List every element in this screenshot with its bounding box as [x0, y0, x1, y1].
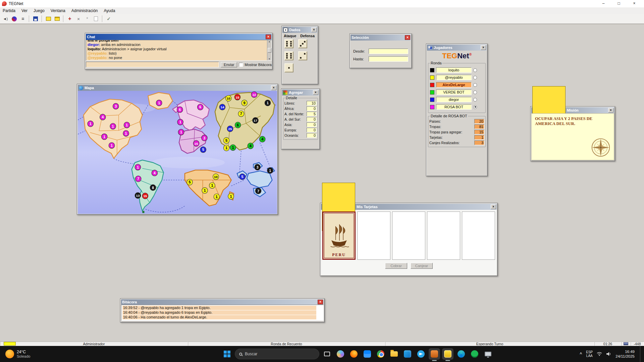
task-view-button[interactable] [321, 348, 333, 360]
army-marker[interactable]: 1 [267, 168, 273, 174]
army-marker[interactable]: 14 [219, 104, 225, 110]
army-marker[interactable]: 17 [253, 117, 259, 123]
player-radio[interactable] [473, 90, 477, 94]
show-desktop-button[interactable] [640, 346, 641, 362]
minimize-button[interactable]: – [596, 0, 611, 7]
army-marker[interactable]: 9 [241, 100, 248, 106]
army-marker[interactable]: 3 [255, 164, 261, 170]
volume-icon[interactable] [606, 352, 611, 356]
desde-input[interactable] [369, 49, 408, 54]
weather-widget[interactable]: 24°C Soleado [3, 346, 32, 362]
army-marker[interactable]: 4 [248, 143, 254, 149]
player-radio[interactable] [473, 76, 477, 79]
army-marker[interactable]: 15 [193, 140, 199, 146]
mostrar-bitacora-checkbox[interactable] [239, 63, 243, 67]
army-marker[interactable]: 1 [209, 182, 215, 188]
list-button[interactable]: ≡ [19, 15, 27, 23]
army-marker[interactable]: 7 [255, 188, 261, 194]
army-marker[interactable]: 15 [234, 94, 240, 100]
chat-window-button[interactable] [44, 15, 52, 23]
telegram-button[interactable] [415, 348, 427, 360]
chrome-button[interactable] [375, 348, 386, 360]
outlook-button[interactable] [402, 348, 413, 360]
menu-ayuda[interactable]: Ayuda [104, 8, 115, 13]
army-marker[interactable]: 1 [156, 100, 162, 106]
army-marker[interactable]: 1 [223, 145, 229, 151]
army-marker[interactable]: 3 [113, 103, 119, 109]
agregar-titlebar[interactable]: Agregar × [282, 89, 319, 96]
seleccion-titlebar[interactable]: Selección × [351, 35, 411, 41]
player-radio[interactable] [473, 68, 477, 72]
close-icon[interactable]: × [318, 300, 323, 304]
dados-titlebar[interactable]: Dados × [282, 27, 317, 33]
army-marker[interactable]: 10 [225, 95, 231, 101]
army-marker[interactable]: 1 [230, 144, 236, 150]
window-button[interactable] [92, 15, 100, 23]
army-marker[interactable]: 8 [150, 185, 156, 191]
world-map[interactable]: 3411111116614113155101512971762551144114… [78, 91, 277, 214]
army-marker[interactable]: 15 [142, 193, 148, 199]
close-icon[interactable]: × [313, 90, 318, 95]
army-marker[interactable]: 4 [152, 170, 158, 176]
army-marker[interactable]: 5 [200, 146, 206, 153]
minimized-window-strip[interactable] [4, 342, 16, 346]
army-marker[interactable]: 1 [101, 134, 107, 140]
army-marker[interactable]: 6 [197, 104, 203, 110]
close-icon[interactable]: × [271, 85, 276, 90]
chat-input[interactable] [86, 62, 219, 67]
game-button[interactable] [10, 15, 18, 23]
delete-button[interactable]: × [74, 15, 83, 23]
army-marker[interactable]: 3 [202, 135, 208, 141]
add-button[interactable]: + [66, 15, 74, 23]
cards-taskbar-button[interactable] [442, 348, 453, 360]
army-marker[interactable]: 7 [135, 176, 141, 182]
tray-chevron[interactable]: ^ [580, 352, 582, 356]
tarjetas-titlebar[interactable]: Mis Tarjetas × [321, 204, 497, 210]
army-marker[interactable]: 1 [178, 129, 184, 135]
copilot-button[interactable] [335, 348, 346, 360]
army-marker[interactable]: 4 [259, 136, 265, 142]
army-marker[interactable]: 1 [110, 123, 116, 129]
maximize-button[interactable]: □ [611, 0, 627, 7]
army-marker[interactable]: 1 [202, 187, 208, 193]
army-marker[interactable]: 1 [135, 164, 141, 170]
menu-ver[interactable]: Ver [21, 8, 28, 13]
army-marker[interactable]: 1 [228, 193, 234, 199]
army-marker[interactable]: 5 [239, 174, 246, 180]
wifi-icon[interactable] [597, 352, 602, 356]
scroll-down-icon[interactable]: ▼ [268, 58, 270, 60]
army-marker[interactable]: 6 [177, 107, 183, 113]
menu-administracion[interactable]: Administración [71, 8, 98, 13]
sound-button[interactable]: ◄) [1, 15, 9, 23]
army-marker[interactable]: 1 [265, 100, 271, 106]
enviar-button[interactable]: Enviar [221, 62, 237, 67]
save-button[interactable] [32, 15, 40, 23]
explorer-button[interactable] [388, 348, 400, 360]
clock[interactable]: 16:49 24/11/2025 [615, 349, 635, 359]
canjear-button[interactable]: Canjear [411, 263, 433, 269]
search-bar[interactable]: Buscar [235, 349, 319, 359]
chat-titlebar[interactable]: Chat × [86, 34, 272, 40]
hasta-input[interactable] [369, 56, 408, 62]
army-marker[interactable]: 1 [177, 119, 183, 125]
army-marker[interactable]: 10 [213, 174, 219, 180]
settings-button[interactable]: * [83, 15, 91, 23]
menu-juego[interactable]: Juego [34, 8, 45, 13]
firefox-button[interactable] [348, 348, 360, 360]
cobrar-button[interactable]: Cobrar [385, 263, 407, 269]
army-marker[interactable]: 5 [223, 137, 229, 143]
start-button[interactable] [221, 348, 233, 360]
language-indicator[interactable]: ESPLAA [586, 350, 593, 358]
army-marker[interactable]: 1 [123, 130, 129, 136]
player-radio[interactable] [473, 105, 477, 109]
player-radio[interactable] [473, 98, 477, 102]
jugadores-titlebar[interactable]: Jugadores × [427, 45, 487, 51]
army-marker[interactable]: 6 [235, 122, 241, 128]
close-icon[interactable]: × [608, 108, 613, 113]
army-marker[interactable]: 4 [100, 114, 106, 120]
edge-button[interactable] [455, 348, 467, 360]
store-button[interactable] [362, 348, 373, 360]
player-radio[interactable] [473, 83, 477, 87]
army-marker[interactable]: 13 [135, 192, 141, 198]
army-marker[interactable]: 1 [88, 121, 94, 127]
